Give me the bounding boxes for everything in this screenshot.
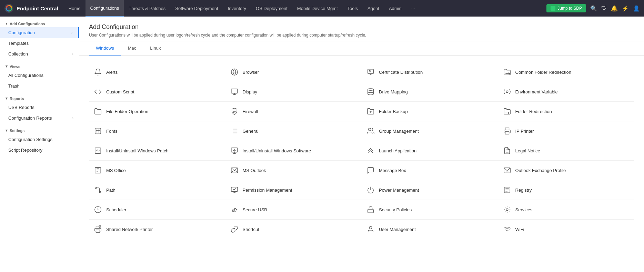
config-item-group[interactable]: Group Management (362, 121, 498, 141)
config-item-folder-backup[interactable]: Folder Backup (362, 102, 498, 121)
sidebar-item-configuration-settings[interactable]: Configuration Settings (0, 134, 79, 145)
config-item-globe[interactable]: Browser (225, 62, 362, 82)
config-item-label: Custom Script (106, 89, 134, 94)
profile-button[interactable]: 👤 (633, 5, 640, 12)
sidebar-item-templates[interactable]: Templates (0, 38, 79, 49)
config-item-fonts[interactable]: Fonts (89, 121, 225, 141)
config-item-label: Certificate Distribution (379, 70, 423, 75)
jump-sdp-label: Jump to SDP (557, 6, 582, 11)
sdp-icon (551, 6, 555, 11)
sidebar-item-configuration-reports[interactable]: Configuration Reports › (0, 113, 79, 123)
sidebar-item-script-repository[interactable]: Script Repository (0, 145, 79, 155)
svg-rect-17 (95, 128, 101, 134)
config-item-label: Install/Uninstall Windows Patch (106, 148, 169, 153)
config-item-drive[interactable]: Drive Mapping (362, 82, 498, 101)
config-item-label: Registry (515, 188, 532, 193)
config-item-monitor[interactable]: Display (225, 82, 362, 101)
sidebar-item-all-configurations[interactable]: All Configurations (0, 70, 79, 81)
nav-configurations[interactable]: Configurations (85, 0, 124, 17)
nav-inventory[interactable]: Inventory (223, 0, 251, 17)
config-item-label: Security Policies (379, 207, 412, 212)
config-item-software-install[interactable]: Install/Uninstall Windows Software (225, 141, 362, 160)
sidebar-item-configuration[interactable]: Configuration › (0, 27, 79, 38)
config-item-shortcut[interactable]: Shortcut (225, 220, 362, 239)
config-item-registry[interactable]: Registry (498, 180, 635, 200)
sidebar-item-usb-reports[interactable]: USB Reports (0, 102, 79, 113)
nav-software[interactable]: Software Deployment (170, 0, 223, 17)
security-icon (366, 205, 375, 214)
sidebar-item-collection[interactable]: Collection › (0, 49, 79, 59)
flash-button[interactable]: ⚡ (622, 5, 629, 12)
config-item-services[interactable]: Services (498, 200, 635, 219)
notifications-button[interactable]: 🔔 (611, 5, 618, 12)
nav-mobile[interactable]: Mobile Device Mgmt (292, 0, 343, 17)
path-icon (93, 185, 103, 195)
shortcut-icon (230, 224, 239, 234)
tab-windows[interactable]: Windows (89, 41, 121, 56)
content-header: Add Configuration User Configurations wi… (79, 17, 644, 41)
page-title: Add Configuration (89, 23, 634, 31)
config-item-file-folder[interactable]: File Folder Operation (89, 102, 225, 121)
svg-rect-6 (369, 70, 370, 72)
brand-logo (4, 3, 14, 13)
bell-icon (93, 67, 103, 77)
nav-more[interactable]: ··· (406, 0, 420, 17)
services-icon (502, 205, 512, 214)
folder-arrow-icon (502, 67, 512, 77)
main-layout: ▾ Add Configurations Configuration › Tem… (0, 17, 644, 272)
config-item-security[interactable]: Security Policies (362, 200, 498, 219)
exchange-icon (502, 165, 512, 175)
permission-icon (230, 185, 239, 195)
config-item-network-printer[interactable]: Shared Network Printer (89, 220, 225, 239)
config-item-launch[interactable]: Launch Application (362, 141, 498, 160)
sidebar-item-trash[interactable]: Trash (0, 81, 79, 91)
jump-to-sdp-button[interactable]: Jump to SDP (546, 4, 586, 12)
config-item-label: Launch Application (379, 148, 416, 153)
folder-backup-icon (366, 107, 375, 116)
config-item-exchange[interactable]: Outlook Exchange Profile (498, 161, 635, 180)
svg-line-41 (235, 171, 237, 173)
nav-admin[interactable]: Admin (384, 0, 406, 17)
config-item-permission[interactable]: Permission Management (225, 180, 362, 200)
config-item-usb[interactable]: Secure USB (225, 200, 362, 219)
wifi-icon (502, 224, 512, 234)
config-item-label: Scheduler (106, 207, 127, 212)
config-item-script[interactable]: Custom Script (89, 82, 225, 101)
monitor-icon (230, 87, 239, 97)
shield-icon-button[interactable]: 🛡 (601, 5, 607, 11)
config-item-bell[interactable]: Alerts (89, 62, 225, 82)
config-item-label: Shortcut (243, 227, 259, 232)
config-item-label: Outlook Exchange Profile (515, 168, 566, 173)
config-item-env[interactable]: Environment Variable (498, 82, 635, 101)
config-item-folder-arrow[interactable]: Common Folder Redirection (498, 62, 635, 82)
config-item-user-mgmt[interactable]: User Management (362, 220, 498, 239)
config-item-label: Firewall (243, 109, 258, 114)
config-item-office[interactable]: MS Office (89, 161, 225, 180)
config-item-folder-redirect[interactable]: Folder Redirection (498, 102, 635, 121)
nav-home[interactable]: Home (64, 0, 85, 17)
tab-mac[interactable]: Mac (121, 41, 143, 56)
sidebar-section-settings: ▾ Settings (0, 123, 79, 134)
config-item-printer[interactable]: IP Printer (498, 121, 635, 141)
config-item-message[interactable]: Message Box (362, 161, 498, 180)
config-item-label: Common Folder Redirection (515, 70, 572, 75)
config-item-wifi[interactable]: WiFi (498, 220, 635, 239)
nav-tools[interactable]: Tools (343, 0, 363, 17)
launch-icon (366, 146, 375, 155)
tab-linux[interactable]: Linux (143, 41, 168, 56)
config-item-scheduler[interactable]: Scheduler (89, 200, 225, 219)
config-item-legal[interactable]: Legal Notice (498, 141, 635, 160)
config-item-general[interactable]: General (225, 121, 362, 141)
config-item-patch[interactable]: Install/Uninstall Windows Patch (89, 141, 225, 160)
config-item-path[interactable]: Path (89, 180, 225, 200)
search-button[interactable]: 🔍 (590, 5, 597, 12)
nav-threats[interactable]: Threats & Patches (124, 0, 170, 17)
config-item-certificate[interactable]: Certificate Distribution (362, 62, 498, 82)
nav-os[interactable]: OS Deployment (251, 0, 292, 17)
config-item-label: MS Office (106, 168, 126, 173)
nav-agent[interactable]: Agent (363, 0, 384, 17)
software-install-icon (230, 146, 239, 155)
config-item-outlook[interactable]: MS Outlook (225, 161, 362, 180)
config-item-firewall[interactable]: Firewall (225, 102, 362, 121)
config-item-power[interactable]: Power Management (362, 180, 498, 200)
